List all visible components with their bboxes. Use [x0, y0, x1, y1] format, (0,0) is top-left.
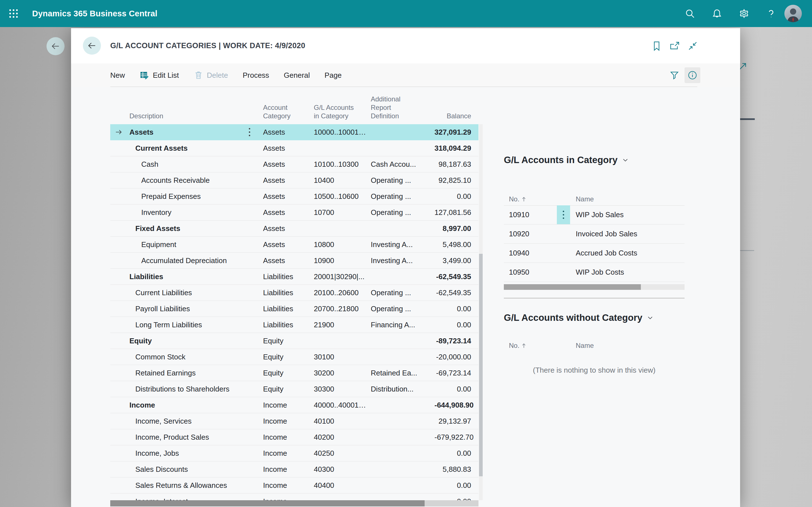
- column-header-account-category[interactable]: Account Category: [263, 103, 314, 123]
- row-description-cell: Distributions to Shareholders: [110, 381, 263, 397]
- horizontal-scrollbar[interactable]: [110, 500, 478, 506]
- row-gl-accounts: 40300: [314, 465, 371, 474]
- horizontal-scrollbar-thumb[interactable]: [110, 500, 424, 506]
- table-row[interactable]: Retained EarningsEquity30200Retained Ea.…: [110, 365, 478, 381]
- table-row[interactable]: CashAssets10100..10300Cash Accou...98,18…: [110, 156, 478, 172]
- table-row[interactable]: EquipmentAssets10800Investing A...5,498.…: [110, 237, 478, 252]
- row-description-cell: Long Term Liabilities: [110, 317, 263, 333]
- row-description: Fixed Assets: [110, 224, 180, 233]
- page-title: G/L ACCOUNT CATEGORIES | WORK DATE: 4/9/…: [110, 28, 305, 63]
- table-row[interactable]: IncomeIncome40000..40001…-644,908.90: [110, 397, 478, 413]
- row-description-cell: Income: [110, 397, 263, 413]
- factbox-pane-splitter[interactable]: [504, 298, 684, 298]
- app-launcher-icon[interactable]: [8, 8, 19, 19]
- row-options-dots-icon[interactable]: [249, 128, 250, 136]
- row-account-category: Liabilities: [263, 272, 314, 281]
- no-label: No.: [509, 342, 519, 349]
- table-row[interactable]: Accumulated DepreciationAssets10900Inves…: [110, 252, 478, 269]
- row-gl-accounts: 40250: [314, 449, 371, 458]
- chevron-down-icon: [621, 156, 629, 164]
- search-icon[interactable]: [684, 8, 695, 19]
- table-row[interactable]: Income, ServicesIncome4010029,132.97: [110, 413, 478, 429]
- table-row[interactable]: Long Term LiabilitiesLiabilities21900Fin…: [110, 317, 478, 333]
- table-row[interactable]: Distributions to ShareholdersEquity30300…: [110, 381, 478, 397]
- column-header-name[interactable]: Name: [570, 195, 684, 203]
- process-menu-label: Process: [243, 71, 269, 80]
- factbox-list-item[interactable]: 10910WIP Job Sales: [504, 205, 684, 224]
- table-row[interactable]: Sales DiscountsIncome403005,880.83: [110, 461, 478, 477]
- row-account-category: Assets: [263, 144, 314, 153]
- factbox-list-item[interactable]: 10950WIP Job Costs: [504, 263, 684, 282]
- row-account-category: Assets: [263, 256, 314, 265]
- notifications-bell-icon[interactable]: [712, 8, 722, 19]
- table-row[interactable]: Sales Returns & AllowancesIncome404000.0…: [110, 477, 478, 494]
- factbox-column-headers-empty: No. Name: [504, 339, 684, 352]
- info-panel-button[interactable]: [684, 67, 700, 83]
- settings-gear-icon[interactable]: [739, 8, 749, 19]
- factbox-list-item[interactable]: 10920Invoiced Job Sales: [504, 224, 684, 244]
- column-header-no[interactable]: No.: [504, 195, 557, 203]
- column-header-balance[interactable]: Balance: [435, 112, 478, 123]
- table-row[interactable]: Current AssetsAssets318,094.29: [110, 140, 478, 156]
- table-row[interactable]: EquityEquity-89,723.14: [110, 333, 478, 349]
- row-account-category: Income: [263, 465, 314, 474]
- column-header-gl-accounts[interactable]: G/L Accounts in Category: [314, 103, 371, 123]
- row-options-dots-icon[interactable]: [563, 211, 564, 219]
- vertical-scrollbar[interactable]: [479, 124, 483, 500]
- factbox-list-item[interactable]: 10940Accrued Job Costs: [504, 244, 684, 263]
- factbox-without-category-header[interactable]: G/L Accounts without Category: [504, 313, 654, 323]
- column-header-description[interactable]: Description: [110, 112, 263, 123]
- row-account-category: Assets: [263, 208, 314, 217]
- table-row[interactable]: Fixed AssetsAssets8,997.00: [110, 221, 478, 237]
- table-row[interactable]: LiabilitiesLiabilities20001|30290|...-62…: [110, 269, 478, 285]
- row-description: Payroll Liabilities: [110, 304, 190, 313]
- row-balance: 92,825.10: [435, 176, 478, 185]
- column-header-name[interactable]: Name: [570, 342, 684, 349]
- factbox-in-category-header[interactable]: G/L Accounts in Category: [504, 155, 629, 165]
- back-button[interactable]: [83, 37, 101, 55]
- bookmark-icon[interactable]: [651, 41, 662, 51]
- row-description: Equity: [110, 337, 152, 345]
- page-menu-label: Page: [324, 71, 342, 80]
- row-description-cell: Sales Returns & Allowances: [110, 477, 263, 493]
- general-menu[interactable]: General: [284, 71, 310, 80]
- page-menu[interactable]: Page: [324, 71, 342, 80]
- user-avatar[interactable]: [784, 5, 802, 22]
- table-row[interactable]: AssetsAssets10000..10001…327,091.29: [110, 124, 478, 140]
- table-row[interactable]: Current LiabilitiesLiabilities20100..206…: [110, 285, 478, 301]
- collapse-icon[interactable]: [688, 41, 698, 51]
- row-description-cell: Equity: [110, 333, 263, 349]
- new-button[interactable]: New: [110, 71, 125, 80]
- filter-button[interactable]: [666, 67, 682, 83]
- factbox-horizontal-scrollbar[interactable]: [504, 284, 684, 290]
- column-header-no[interactable]: No.: [504, 342, 557, 349]
- row-account-category: Income: [263, 433, 314, 442]
- row-gl-accounts: 40200: [314, 433, 371, 442]
- row-balance: 0.00: [435, 385, 478, 393]
- delete-button[interactable]: Delete: [194, 70, 228, 80]
- table-row[interactable]: Payroll LiabilitiesLiabilities20700..218…: [110, 301, 478, 317]
- factbox-row-focus-cell[interactable]: [557, 205, 570, 224]
- table-row[interactable]: Income, JobsIncome402500.00: [110, 445, 478, 461]
- table-row[interactable]: InventoryAssets10700Operating ...127,081…: [110, 205, 478, 221]
- page-header: G/L ACCOUNT CATEGORIES | WORK DATE: 4/9/…: [71, 28, 740, 63]
- help-icon[interactable]: [766, 8, 776, 19]
- vertical-scrollbar-thumb[interactable]: [479, 254, 483, 476]
- process-menu[interactable]: Process: [243, 71, 269, 80]
- row-gl-accounts: 20700..21800: [314, 304, 371, 313]
- row-description-cell: Current Liabilities: [110, 285, 263, 300]
- table-row[interactable]: Accounts ReceivableAssets10400Operating …: [110, 172, 478, 188]
- row-description: Current Liabilities: [110, 288, 192, 297]
- row-balance: 5,498.00: [435, 240, 478, 249]
- row-balance: -679,922.70: [435, 433, 478, 442]
- table-row[interactable]: Common StockEquity30100-20,000.00: [110, 349, 478, 365]
- table-row[interactable]: Prepaid ExpensesAssets10500..10600Operat…: [110, 188, 478, 205]
- table-row[interactable]: Income, Product SalesIncome40200-679,922…: [110, 429, 478, 445]
- open-in-new-window-icon[interactable]: [669, 41, 680, 51]
- row-report-definition: Investing A...: [371, 256, 435, 265]
- edit-list-button[interactable]: Edit List: [140, 70, 179, 80]
- column-header-report-definition[interactable]: Additional Report Definition: [371, 95, 435, 123]
- factbox-row-name: WIP Job Sales: [570, 210, 684, 219]
- factbox-horizontal-scrollbar-thumb[interactable]: [504, 284, 641, 290]
- app-title[interactable]: Dynamics 365 Business Central: [32, 0, 157, 27]
